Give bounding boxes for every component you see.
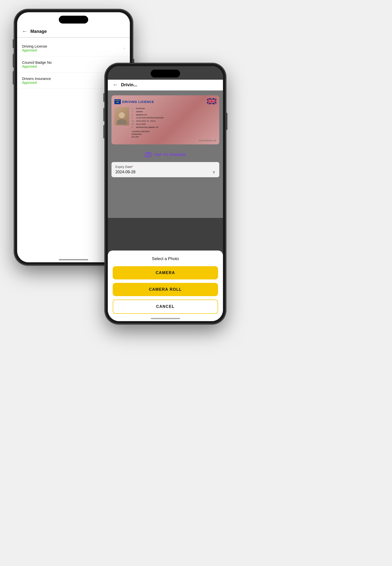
license-title-text: DRIVING LICENCE (122, 100, 154, 104)
bottom-sheet: Select a Photo CAMERA CAMERA ROLL CANCEL (108, 250, 223, 321)
back-header-title: Manage (30, 29, 47, 34)
bottom-sheet-title: Select a Photo (113, 256, 218, 261)
front-screen-bg: ← Drivin... ★★★ UK DRIVING LICENCE (108, 66, 223, 321)
person-body (117, 119, 127, 125)
front-header-title: Drivin... (121, 82, 137, 87)
front-phone: ← Drivin... ★★★ UK DRIVING LICENCE (105, 64, 225, 324)
back-header: ← Manage (17, 26, 130, 37)
uk-label: UK (116, 102, 119, 103)
drivers-insurance-label: Drivers Insurance (22, 76, 51, 81)
list-item-content: Drivers Insurance Approved (22, 76, 51, 85)
license-body: 1.MORGAN 2.SARAH 3.MEREDYTH 3.11.03.1976… (114, 107, 216, 138)
license-name3: MEREDYTH (136, 114, 147, 117)
front-back-arrow[interactable]: ← (113, 82, 118, 88)
volume-up-button (13, 54, 15, 67)
license-expiry-detail: 18.01.2023 (136, 123, 146, 126)
expiry-label: Expiry Date* (115, 165, 215, 169)
dynamic-island (59, 16, 88, 24)
camera-roll-button[interactable]: CAMERA ROLL (113, 283, 218, 296)
license-address-line1: 15 BURNS CRESCENT (132, 130, 216, 133)
front-screen: ← Drivin... ★★★ UK DRIVING LICENCE (108, 66, 223, 321)
back-arrow[interactable]: ← (22, 28, 28, 35)
council-badge-status: Approved (22, 64, 52, 68)
camera-icon (145, 152, 152, 157)
home-indicator (59, 259, 88, 260)
uk-flag-top-right (207, 98, 216, 105)
volume-down-button (13, 71, 15, 85)
svg-rect-8 (211, 98, 212, 104)
scene: ← Manage Driving License Approved › Coun… (0, 0, 392, 566)
license-header: ★★★ UK DRIVING LICENCE (114, 98, 216, 105)
license-photo (114, 107, 129, 126)
svg-point-11 (150, 154, 151, 154)
drivers-insurance-status: Approved (22, 81, 51, 85)
expiry-chevron-icon: ∨ (212, 170, 215, 174)
expiry-required-marker: * (132, 165, 133, 169)
license-dvla: DVLA (150, 120, 155, 123)
camera-button[interactable]: CAMERA (113, 266, 218, 279)
license-dob: 11.03.1976 UNITED KINGDOM (136, 116, 163, 120)
list-item-driving-license[interactable]: Driving License Approved › (17, 40, 130, 56)
svg-point-10 (147, 154, 149, 156)
license-name1: MORGAN (136, 107, 145, 110)
license-address: 15 BURNS CRESCENT EDINBURGH EH1 9GP (132, 130, 216, 139)
driving-license-label: Driving License (22, 44, 47, 48)
expiry-value-row[interactable]: 2024-09-28 ∨ (115, 170, 215, 174)
tap-to-change-text: TAP TO CHANGE (154, 152, 186, 157)
silent-button (103, 93, 105, 102)
person-head (119, 112, 125, 118)
license-number: MORGA7931168MRU 35 (136, 126, 158, 129)
license-address-line2: EDINBURGH (132, 133, 216, 136)
person-silhouette (114, 107, 129, 126)
cancel-button[interactable]: CANCEL (113, 300, 218, 314)
power-button (225, 113, 227, 130)
uk-flag-icon: ★★★ UK (114, 99, 121, 104)
license-details: 1.MORGAN 2.SARAH 3.MEREDYTH 3.11.03.1976… (132, 107, 216, 138)
license-issue-date: 19.01.2013 (136, 120, 146, 123)
license-footer: DVLA INTERNAL USE (114, 140, 216, 142)
uk-stars: ★★★ (115, 100, 120, 102)
chevron-right-icon: › (124, 46, 125, 50)
license-address-line3: EH1 9GP (132, 136, 216, 138)
front-home-indicator (151, 318, 180, 319)
driving-license-status: Approved (22, 48, 47, 52)
list-item-content: Driving License Approved (22, 44, 47, 52)
silent-button (13, 39, 15, 48)
volume-down-button (103, 125, 105, 139)
license-name2: SARAH (136, 110, 143, 114)
list-item-content: Council Badge No Approved (22, 60, 52, 68)
expiry-value: 2024-09-28 (115, 170, 136, 174)
license-card: ★★★ UK DRIVING LICENCE (112, 95, 219, 144)
header-divider (17, 37, 130, 38)
front-header: ← Drivin... (108, 80, 223, 90)
council-badge-label: Council Badge No (22, 60, 52, 64)
svg-rect-9 (145, 153, 151, 157)
expiry-section: Expiry Date* 2024-09-28 ∨ (112, 162, 219, 177)
front-dynamic-island (151, 70, 180, 77)
tap-to-change-area[interactable]: TAP TO CHANGE (112, 149, 219, 160)
volume-up-button (103, 108, 105, 121)
union-jack-icon (207, 98, 216, 104)
front-content-area: ★★★ UK DRIVING LICENCE (108, 90, 223, 218)
